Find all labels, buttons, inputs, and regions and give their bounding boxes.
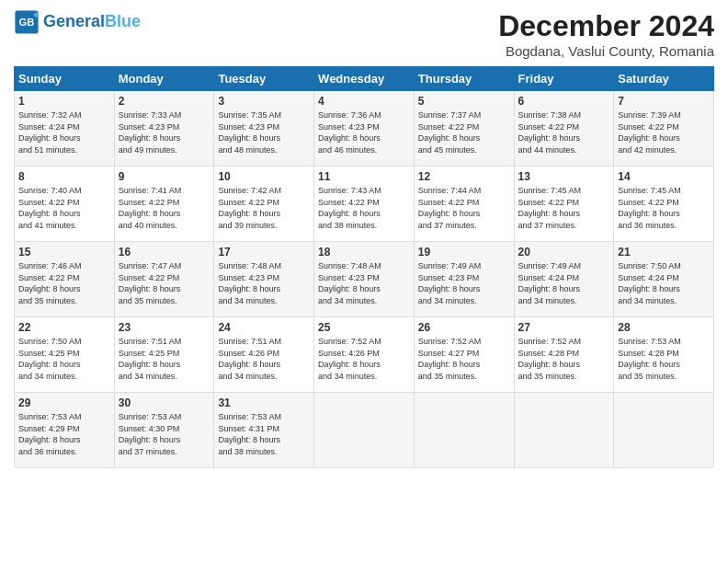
day-info: Sunrise: 7:36 AMSunset: 4:23 PMDaylight:… xyxy=(318,109,410,155)
page-container: GB GeneralBlue December 2024 Bogdana, Va… xyxy=(0,0,728,477)
calendar-cell: 14Sunrise: 7:45 AMSunset: 4:22 PMDayligh… xyxy=(614,167,714,242)
day-info: Sunrise: 7:39 AMSunset: 4:22 PMDaylight:… xyxy=(618,109,710,155)
title-block: December 2024 Bogdana, Vaslui County, Ro… xyxy=(498,9,714,59)
day-info: Sunrise: 7:49 AMSunset: 4:24 PMDaylight:… xyxy=(518,260,610,306)
calendar-week-row: 22Sunrise: 7:50 AMSunset: 4:25 PMDayligh… xyxy=(15,317,714,393)
day-info: Sunrise: 7:33 AMSunset: 4:23 PMDaylight:… xyxy=(119,109,210,155)
day-header-wednesday: Wednesday xyxy=(314,67,415,91)
day-info: Sunrise: 7:52 AMSunset: 4:27 PMDaylight:… xyxy=(418,336,510,382)
day-number: 20 xyxy=(518,246,610,259)
calendar-cell: 18Sunrise: 7:48 AMSunset: 4:23 PMDayligh… xyxy=(314,242,415,317)
day-info: Sunrise: 7:53 AMSunset: 4:31 PMDaylight:… xyxy=(218,411,310,457)
day-info: Sunrise: 7:45 AMSunset: 4:22 PMDaylight:… xyxy=(618,185,710,231)
calendar-cell: 16Sunrise: 7:47 AMSunset: 4:22 PMDayligh… xyxy=(114,242,214,317)
calendar-table: SundayMondayTuesdayWednesdayThursdayFrid… xyxy=(14,66,714,468)
calendar-cell xyxy=(614,393,714,468)
calendar-cell: 21Sunrise: 7:50 AMSunset: 4:24 PMDayligh… xyxy=(614,242,714,317)
calendar-cell: 1Sunrise: 7:32 AMSunset: 4:24 PMDaylight… xyxy=(15,91,115,167)
day-number: 16 xyxy=(119,246,210,259)
day-number: 23 xyxy=(119,321,210,334)
calendar-cell: 20Sunrise: 7:49 AMSunset: 4:24 PMDayligh… xyxy=(514,242,614,317)
day-info: Sunrise: 7:46 AMSunset: 4:22 PMDaylight:… xyxy=(18,260,110,306)
day-number: 30 xyxy=(119,396,210,409)
day-number: 24 xyxy=(218,321,310,334)
day-number: 19 xyxy=(418,246,510,259)
day-info: Sunrise: 7:35 AMSunset: 4:23 PMDaylight:… xyxy=(218,109,310,155)
calendar-cell: 31Sunrise: 7:53 AMSunset: 4:31 PMDayligh… xyxy=(214,393,314,468)
day-number: 2 xyxy=(119,95,210,108)
location-subtitle: Bogdana, Vaslui County, Romania xyxy=(498,43,714,59)
day-number: 22 xyxy=(18,321,110,334)
day-header-tuesday: Tuesday xyxy=(214,67,314,91)
day-header-thursday: Thursday xyxy=(414,67,514,91)
day-number: 8 xyxy=(18,170,110,183)
header: GB GeneralBlue December 2024 Bogdana, Va… xyxy=(14,9,714,59)
calendar-cell: 10Sunrise: 7:42 AMSunset: 4:22 PMDayligh… xyxy=(214,167,314,242)
calendar-cell: 4Sunrise: 7:36 AMSunset: 4:23 PMDaylight… xyxy=(314,91,415,167)
calendar-cell: 11Sunrise: 7:43 AMSunset: 4:22 PMDayligh… xyxy=(314,167,415,242)
calendar-cell: 13Sunrise: 7:45 AMSunset: 4:22 PMDayligh… xyxy=(514,167,614,242)
day-number: 27 xyxy=(518,321,610,334)
day-info: Sunrise: 7:47 AMSunset: 4:22 PMDaylight:… xyxy=(119,260,210,306)
day-number: 12 xyxy=(418,170,510,183)
day-info: Sunrise: 7:44 AMSunset: 4:22 PMDaylight:… xyxy=(418,185,510,231)
day-number: 31 xyxy=(218,396,310,409)
month-title: December 2024 xyxy=(498,9,714,43)
day-info: Sunrise: 7:50 AMSunset: 4:24 PMDaylight:… xyxy=(618,260,710,306)
day-info: Sunrise: 7:53 AMSunset: 4:28 PMDaylight:… xyxy=(618,336,710,382)
day-info: Sunrise: 7:43 AMSunset: 4:22 PMDaylight:… xyxy=(318,185,410,231)
day-info: Sunrise: 7:32 AMSunset: 4:24 PMDaylight:… xyxy=(18,109,110,155)
day-header-sunday: Sunday xyxy=(15,67,115,91)
calendar-cell: 5Sunrise: 7:37 AMSunset: 4:22 PMDaylight… xyxy=(414,91,514,167)
calendar-cell: 17Sunrise: 7:48 AMSunset: 4:23 PMDayligh… xyxy=(214,242,314,317)
day-info: Sunrise: 7:41 AMSunset: 4:22 PMDaylight:… xyxy=(119,185,210,231)
day-info: Sunrise: 7:53 AMSunset: 4:30 PMDaylight:… xyxy=(119,411,210,457)
calendar-cell: 28Sunrise: 7:53 AMSunset: 4:28 PMDayligh… xyxy=(614,317,714,393)
day-number: 9 xyxy=(119,170,210,183)
day-info: Sunrise: 7:51 AMSunset: 4:25 PMDaylight:… xyxy=(119,336,210,382)
day-info: Sunrise: 7:50 AMSunset: 4:25 PMDaylight:… xyxy=(18,336,110,382)
calendar-cell: 9Sunrise: 7:41 AMSunset: 4:22 PMDaylight… xyxy=(114,167,214,242)
calendar-cell xyxy=(514,393,614,468)
day-number: 18 xyxy=(318,246,410,259)
svg-text:GB: GB xyxy=(19,17,35,28)
calendar-cell: 24Sunrise: 7:51 AMSunset: 4:26 PMDayligh… xyxy=(214,317,314,393)
calendar-cell: 30Sunrise: 7:53 AMSunset: 4:30 PMDayligh… xyxy=(114,393,214,468)
logo-icon: GB xyxy=(14,9,40,35)
day-info: Sunrise: 7:51 AMSunset: 4:26 PMDaylight:… xyxy=(218,336,310,382)
calendar-cell: 12Sunrise: 7:44 AMSunset: 4:22 PMDayligh… xyxy=(414,167,514,242)
calendar-cell: 6Sunrise: 7:38 AMSunset: 4:22 PMDaylight… xyxy=(514,91,614,167)
day-header-friday: Friday xyxy=(514,67,614,91)
logo-general: General xyxy=(43,12,105,30)
calendar-week-row: 8Sunrise: 7:40 AMSunset: 4:22 PMDaylight… xyxy=(15,167,714,242)
day-number: 11 xyxy=(318,170,410,183)
day-info: Sunrise: 7:49 AMSunset: 4:23 PMDaylight:… xyxy=(418,260,510,306)
day-info: Sunrise: 7:53 AMSunset: 4:29 PMDaylight:… xyxy=(18,411,110,457)
day-number: 10 xyxy=(218,170,310,183)
day-number: 15 xyxy=(18,246,110,259)
day-number: 1 xyxy=(18,95,110,108)
calendar-cell: 8Sunrise: 7:40 AMSunset: 4:22 PMDaylight… xyxy=(15,167,115,242)
calendar-cell: 23Sunrise: 7:51 AMSunset: 4:25 PMDayligh… xyxy=(114,317,214,393)
day-info: Sunrise: 7:52 AMSunset: 4:26 PMDaylight:… xyxy=(318,336,410,382)
calendar-week-row: 15Sunrise: 7:46 AMSunset: 4:22 PMDayligh… xyxy=(15,242,714,317)
calendar-cell xyxy=(414,393,514,468)
day-number: 17 xyxy=(218,246,310,259)
day-info: Sunrise: 7:48 AMSunset: 4:23 PMDaylight:… xyxy=(218,260,310,306)
logo-blue: Blue xyxy=(105,12,141,30)
calendar-cell: 25Sunrise: 7:52 AMSunset: 4:26 PMDayligh… xyxy=(314,317,415,393)
day-info: Sunrise: 7:52 AMSunset: 4:28 PMDaylight:… xyxy=(518,336,610,382)
day-number: 6 xyxy=(518,95,610,108)
day-number: 7 xyxy=(618,95,710,108)
day-info: Sunrise: 7:48 AMSunset: 4:23 PMDaylight:… xyxy=(318,260,410,306)
day-number: 14 xyxy=(618,170,710,183)
calendar-cell: 26Sunrise: 7:52 AMSunset: 4:27 PMDayligh… xyxy=(414,317,514,393)
calendar-cell: 19Sunrise: 7:49 AMSunset: 4:23 PMDayligh… xyxy=(414,242,514,317)
calendar-week-row: 29Sunrise: 7:53 AMSunset: 4:29 PMDayligh… xyxy=(15,393,714,468)
calendar-header-row: SundayMondayTuesdayWednesdayThursdayFrid… xyxy=(15,67,714,91)
day-number: 25 xyxy=(318,321,410,334)
day-number: 21 xyxy=(618,246,710,259)
day-info: Sunrise: 7:45 AMSunset: 4:22 PMDaylight:… xyxy=(518,185,610,231)
day-info: Sunrise: 7:42 AMSunset: 4:22 PMDaylight:… xyxy=(218,185,310,231)
calendar-cell: 29Sunrise: 7:53 AMSunset: 4:29 PMDayligh… xyxy=(15,393,115,468)
